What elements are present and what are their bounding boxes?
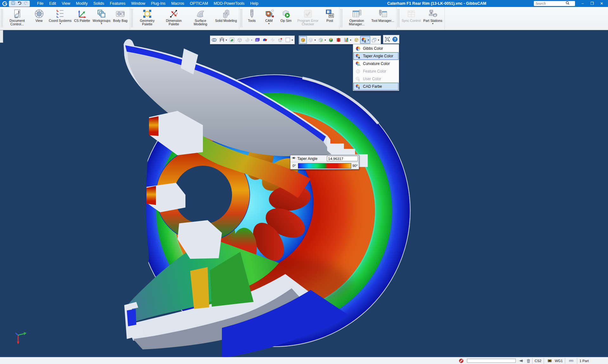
dock-handle[interactable] <box>0 30 3 43</box>
toolbar-group: Geometry Palette ▾ Dimension Palette ▾ S… <box>130 7 239 30</box>
button-tools[interactable]: Tools ▾ <box>243 8 260 30</box>
taper-angle-input[interactable] <box>327 156 358 161</box>
button-view[interactable]: View ▾ <box>30 8 48 30</box>
tool-select-bodies[interactable]: ▾ <box>210 36 218 44</box>
search-input[interactable] <box>535 1 566 6</box>
dropdown-arrow[interactable]: ▾ <box>324 39 327 42</box>
tool-solid-select[interactable]: ▾ <box>236 36 243 44</box>
zoom-fit-icon <box>384 36 391 42</box>
dropdown-arrow[interactable]: ▾ <box>250 39 253 42</box>
zoom-fit-button[interactable]: ▾ <box>384 35 391 43</box>
button-cam[interactable]: CAM ▾ <box>260 8 277 30</box>
minimize-button[interactable]: – <box>578 0 587 7</box>
toolbar-grip-handle[interactable] <box>340 9 342 27</box>
button-surface-modeling[interactable]: Surface Modeling ▾ <box>187 8 214 30</box>
pin-icon[interactable] <box>518 358 524 364</box>
undo-button[interactable] <box>16 1 23 6</box>
close-button[interactable]: ✕ <box>597 0 606 7</box>
button-operation-manager[interactable]: Operation Manager... ▾ <box>343 8 370 30</box>
menubar-file[interactable]: File <box>34 0 46 7</box>
button-coord-systems[interactable]: Coord Systems ▾ <box>48 8 73 30</box>
menu-item-feature-color[interactable]: Feature Color <box>353 67 398 75</box>
tool-body-compare[interactable]: ▾ <box>261 36 269 44</box>
display-facet-shaded[interactable]: ▾ <box>307 36 317 44</box>
menu-item-taper-angle-color[interactable]: Taper Angle Color <box>353 52 398 60</box>
dropdown-arrow[interactable]: ▾ <box>291 39 294 42</box>
tool-empty-selection[interactable]: ▾ <box>284 36 294 44</box>
display-color-bars[interactable]: ▾ <box>342 36 353 44</box>
taper-max-label: 90° <box>352 164 358 168</box>
toolbar-grip-handle[interactable] <box>1 9 3 27</box>
menubar-plugins[interactable]: Plug-Ins <box>148 0 168 7</box>
tool-face-select[interactable]: ▾ <box>228 36 236 44</box>
menubar-mdd-powertools[interactable]: MDD-PowerTools <box>211 0 247 7</box>
button-body-bag[interactable]: Body Bag ▾ <box>112 8 129 30</box>
button-document-control[interactable]: Document Control... ▾ <box>4 8 30 30</box>
menu-item-gibbs-color[interactable]: Gibbs Color <box>353 45 398 52</box>
display-wireframe[interactable]: ▾ <box>353 36 360 44</box>
menubar-help[interactable]: Help <box>247 0 261 7</box>
button-dimension-palette[interactable]: Dimension Palette ▾ <box>160 8 187 30</box>
button-geometry-palette[interactable]: Geometry Palette ▾ <box>134 8 160 30</box>
tool-axis[interactable]: ▾ <box>269 36 276 44</box>
menubar-modify[interactable]: Modify <box>73 0 91 7</box>
button-part-stations[interactable]: Part Stations ▾ <box>422 8 443 30</box>
tool-add-body[interactable]: ▾ <box>276 36 284 44</box>
display-half[interactable]: ▾ <box>317 36 327 44</box>
display-color-mode[interactable]: ▾ <box>360 36 370 44</box>
search-box[interactable] <box>534 1 575 6</box>
help-button[interactable]: ?▾ <box>391 35 399 43</box>
dropdown-arrow[interactable]: ▾ <box>432 22 433 25</box>
button-solid-modeling[interactable]: Solid Modeling ▾ <box>214 8 238 30</box>
dropdown-arrow[interactable]: ▾ <box>377 39 380 42</box>
button-op-sim[interactable]: Op Sim ▾ <box>277 8 294 30</box>
dropdown-arrow[interactable]: ▾ <box>314 39 316 42</box>
display-windows[interactable]: ▾ <box>370 36 380 44</box>
interrupt-icon[interactable] <box>458 358 464 364</box>
menubar-view[interactable]: View <box>59 0 73 7</box>
workgroups-icon <box>97 8 107 19</box>
tool-bounding-box[interactable]: ▾ <box>254 36 261 44</box>
menu-item-user-color[interactable]: User Color <box>353 75 398 83</box>
toolbar-grip-handle[interactable] <box>397 9 399 27</box>
geometry-palette-icon <box>142 8 152 19</box>
button-program-error-checker[interactable]: Program Error Checker ▾ <box>294 8 321 30</box>
save-button[interactable] <box>10 1 16 6</box>
toolbar-grip-handle[interactable] <box>131 9 133 27</box>
button-workgroups[interactable]: Workgroups ▾ <box>91 8 112 30</box>
search-icon[interactable] <box>566 1 570 6</box>
dropdown-arrow[interactable]: ▾ <box>225 39 228 42</box>
dropdown-arrow[interactable]: ▾ <box>60 22 61 25</box>
menu-item-curvature-color[interactable]: Curvature Color <box>353 60 398 67</box>
redo-button[interactable] <box>23 1 29 6</box>
tool-dimension[interactable]: ▾ <box>218 36 228 44</box>
menubar-edit[interactable]: Edit <box>46 0 59 7</box>
workgroup-indicator[interactable]: WG1 <box>544 358 565 364</box>
menubar-solids[interactable]: Solids <box>90 0 107 7</box>
menubar-opticam[interactable]: OPTICAM <box>187 0 211 7</box>
button-post[interactable]: G1 Post ▾ <box>321 8 338 30</box>
tool-section[interactable]: ▾ <box>243 36 254 44</box>
restore-button[interactable]: ❐ <box>588 0 597 7</box>
button-cs-palette[interactable]: CS Palette ▾ <box>73 8 91 30</box>
model-viewport[interactable]: ▾▾▾▾▾▾▾▾▾▾ ▾▾▾▾▾▾▾▾▾ ▾?▾ Gibbs Color Tap… <box>0 30 608 357</box>
display-shaded[interactable]: ▾ <box>299 36 307 44</box>
button-tool-manager[interactable]: Tool Manager... ▾ <box>370 8 395 30</box>
display-solid[interactable]: ▾ <box>327 36 335 44</box>
svg-text:G1: G1 <box>329 14 333 17</box>
pin-icon[interactable] <box>291 156 296 162</box>
button-sync-control[interactable]: Sync Control ▾ <box>400 8 422 30</box>
menubar-features[interactable]: Features <box>107 0 128 7</box>
dropdown-arrow[interactable]: ▾ <box>268 22 269 25</box>
dropdown-arrow[interactable]: ▾ <box>367 39 370 42</box>
menubar-window[interactable]: Window <box>128 0 148 7</box>
dropdown-arrow[interactable]: ▾ <box>101 22 102 25</box>
dropdown-arrow[interactable]: ▾ <box>349 39 352 42</box>
menubar-macros[interactable]: Macros <box>168 0 187 7</box>
coordinate-system-indicator[interactable]: CS2 <box>532 358 544 364</box>
display-layers[interactable]: ▾ <box>335 36 342 44</box>
trash-icon[interactable] <box>526 358 532 364</box>
units-indicator[interactable] <box>565 358 577 364</box>
toolbar-grip-handle[interactable] <box>240 9 242 27</box>
menu-item-cad-farbe[interactable]: CAD Farbe <box>353 83 398 90</box>
